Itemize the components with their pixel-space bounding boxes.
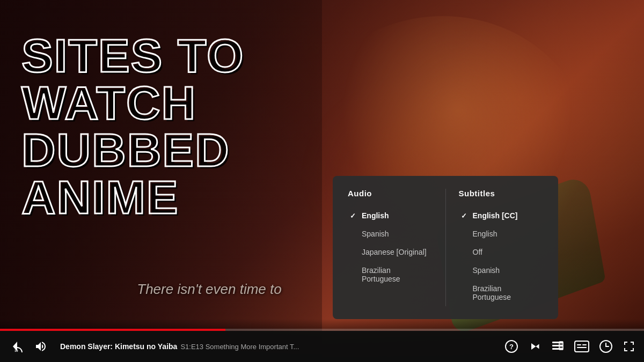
skip-back-button[interactable]: 10: [9, 338, 26, 355]
svg-rect-10: [582, 344, 587, 345]
audio-header: Audio: [348, 189, 433, 198]
svg-text:?: ?: [509, 343, 514, 351]
subtitle-option-spanish[interactable]: Spanish: [459, 261, 544, 279]
language-panel: Audio ✓ English Spanish Japanese [Origin…: [333, 176, 558, 319]
subtitle-option-english-cc[interactable]: ✓ English [CC]: [459, 206, 544, 225]
subtitle-option-english[interactable]: English: [459, 225, 544, 243]
svg-rect-7: [575, 341, 589, 352]
audio-option-portuguese[interactable]: Brazilian Portuguese: [348, 261, 433, 288]
page-title: Sites to Watch Dubbed Anime: [21, 32, 252, 221]
subtitles-column: Subtitles ✓ English [CC] English Off Spa…: [459, 189, 544, 306]
svg-rect-9: [577, 347, 587, 348]
controls-bar: 10 Demon Slayer: Kimetsu no Yaiba S1:E13…: [0, 331, 644, 362]
column-divider: [445, 189, 446, 306]
speed-button[interactable]: [599, 339, 613, 353]
svg-rect-6: [559, 342, 563, 350]
subtitle-option-off[interactable]: Off: [459, 243, 544, 261]
episodes-button[interactable]: [551, 339, 565, 353]
check-icon: ✓: [461, 212, 469, 220]
svg-rect-8: [577, 344, 581, 345]
subtitles-button[interactable]: [574, 341, 589, 352]
audio-option-japanese[interactable]: Japanese [Original]: [348, 243, 433, 261]
volume-button[interactable]: [32, 338, 49, 355]
subtitle-option-portuguese[interactable]: Brazilian Portuguese: [459, 279, 544, 306]
episode-info: S1:E13 Something More Important T...: [180, 343, 299, 351]
check-icon: ✓: [350, 212, 357, 220]
subtitles-header: Subtitles: [459, 189, 544, 198]
audio-column: Audio ✓ English Spanish Japanese [Origin…: [348, 189, 433, 306]
show-title: Demon Slayer: Kimetsu no Yaiba: [60, 342, 177, 351]
audio-option-spanish[interactable]: Spanish: [348, 225, 433, 243]
help-button[interactable]: ?: [504, 339, 518, 353]
svg-text:10: 10: [14, 349, 18, 352]
right-controls: ?: [504, 339, 635, 353]
skip-next-button[interactable]: [528, 340, 541, 353]
show-info: Demon Slayer: Kimetsu no Yaiba S1:E13 So…: [60, 342, 498, 351]
fullscreen-button[interactable]: [623, 340, 635, 353]
audio-option-english[interactable]: ✓ English: [348, 206, 433, 225]
